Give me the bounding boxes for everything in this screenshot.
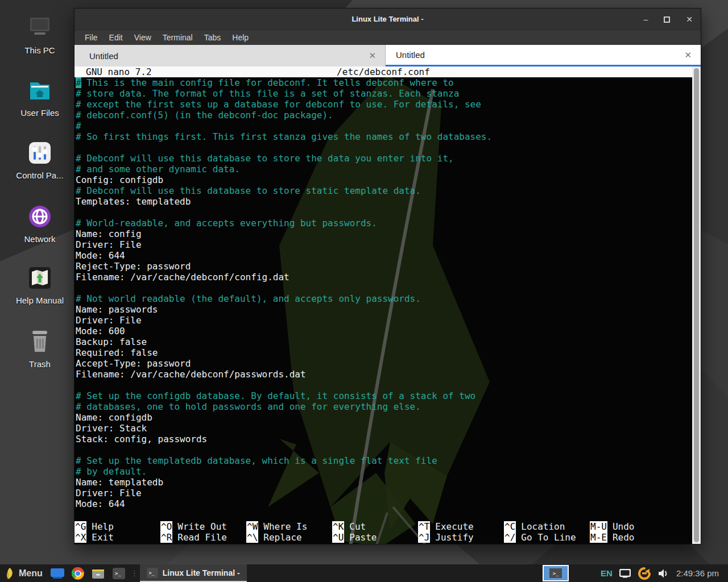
display-tray-icon[interactable]: [619, 569, 631, 578]
tab-label: Untitled: [89, 51, 118, 61]
terminal-line: Driver: File: [75, 315, 692, 326]
desktop-pager-icon[interactable]: [51, 567, 64, 580]
volume-tray-icon[interactable]: [658, 568, 669, 579]
keyboard-layout-indicator[interactable]: EN: [601, 568, 613, 578]
window-titlebar[interactable]: Linux Lite Terminal - – □ ✕: [75, 9, 701, 30]
terminal-line: Name: templatedb: [75, 477, 692, 488]
scrollbar[interactable]: [692, 66, 701, 544]
system-tray: EN 2:49:36 pm: [601, 567, 721, 580]
shortcut-key: ^O: [160, 521, 172, 532]
terminal-line: # databases, one to hold passwords and o…: [75, 401, 692, 412]
shortcut-key: ^C: [504, 521, 516, 532]
nano-shortcut: ^OWrite Out: [160, 521, 246, 532]
desktop-icon-this-pc[interactable]: This PC: [8, 15, 72, 55]
desktop-icon-help-manual[interactable]: Help Manual: [8, 265, 72, 305]
menu-terminal[interactable]: Terminal: [157, 32, 198, 43]
terminal-content[interactable]: GNU nano 7.2 /etc/debconf.conf # This is…: [75, 66, 701, 544]
start-menu-button[interactable]: Menu: [0, 564, 47, 582]
tab-close-icon[interactable]: ✕: [684, 50, 692, 60]
nano-shortcut: ^GHelp: [75, 521, 160, 532]
shortcut-key: M-U: [590, 521, 607, 532]
terminal-line: Backup: false: [75, 336, 692, 347]
terminal-line: # except the first sets up a database fo…: [75, 99, 692, 110]
terminal-window: Linux Lite Terminal - – □ ✕ File Edit Vi…: [74, 8, 701, 544]
terminal-line: [75, 207, 692, 218]
desktop-icon-control-panel[interactable]: Control Pa...: [8, 140, 72, 180]
terminal-line: Required: false: [75, 347, 692, 358]
terminal-line: # World-readable, and accepts everything…: [75, 218, 692, 228]
tray-terminal-indicator[interactable]: >_: [543, 565, 569, 581]
nano-shortcut: ^\Replace: [246, 532, 332, 543]
nano-shortcut: ^UPaste: [332, 532, 418, 543]
terminal-line: [75, 444, 692, 455]
shortcut-key: ^W: [246, 521, 258, 532]
file-manager-icon[interactable]: [92, 567, 105, 580]
terminal-line: # debconf.conf(5) (in the debconf-doc pa…: [75, 110, 692, 120]
terminal-line: Stack: config, passwords: [75, 434, 692, 444]
window-title: Linux Lite Terminal -: [351, 15, 423, 23]
chrome-browser-icon[interactable]: [71, 567, 85, 580]
desktop-icon-trash[interactable]: Trash: [8, 329, 72, 369]
tab-untitled-1[interactable]: Untitled ✕: [75, 45, 386, 66]
shortcut-key: ^X: [75, 532, 86, 543]
menu-label: Menu: [19, 568, 43, 579]
menu-file[interactable]: File: [79, 32, 104, 43]
shortcut-label: Location: [521, 521, 565, 532]
tab-untitled-2[interactable]: Untitled ✕: [386, 45, 701, 66]
svg-text:>_: >_: [115, 571, 121, 576]
linux-lite-logo-icon: [5, 567, 14, 580]
desktop-icon-network[interactable]: Network: [8, 203, 72, 244]
menu-edit[interactable]: Edit: [104, 32, 129, 43]
updates-tray-icon[interactable]: [638, 567, 651, 580]
nano-titlebar: GNU nano 7.2 /etc/debconf.conf: [75, 66, 692, 77]
shortcut-key: ^G: [75, 521, 86, 532]
nano-buffer[interactable]: # This is the main config file for debco…: [75, 77, 692, 509]
menu-bar: File Edit View Terminal Tabs Help: [75, 30, 701, 45]
sliders-icon: [8, 140, 72, 166]
desktop-icon-label: Trash: [8, 359, 72, 369]
svg-text:>_: >_: [148, 569, 154, 575]
desktop-icon-label: Help Manual: [8, 296, 72, 305]
terminal-tray-icon: >_: [549, 568, 562, 578]
terminal-line: # Debconf will use this database to stor…: [75, 185, 692, 196]
shortcut-label: Help: [92, 521, 114, 532]
taskbar-task-terminal[interactable]: >_ Linux Lite Terminal -: [140, 564, 247, 582]
tab-close-icon[interactable]: ✕: [369, 51, 376, 61]
minimize-button[interactable]: –: [643, 15, 648, 23]
tab-label: Untitled: [396, 50, 425, 60]
terminal-launcher-icon[interactable]: >_: [112, 567, 126, 580]
this-pc-icon: [8, 15, 72, 41]
nano-shortcut: M-UUndo: [590, 521, 676, 532]
shortcut-label: Write Out: [177, 521, 227, 532]
desktop-icon-user-files[interactable]: User Files: [8, 77, 72, 118]
terminal-line: Driver: File: [75, 488, 692, 498]
maximize-button[interactable]: □: [664, 16, 670, 23]
menu-view[interactable]: View: [129, 32, 157, 43]
nano-shortcut: ^/Go To Line: [504, 532, 590, 543]
nano-shortcut: ^XExit: [75, 532, 160, 543]
terminal-line: [75, 142, 692, 153]
scrollbar-thumb[interactable]: [694, 68, 699, 542]
shortcut-key: ^R: [160, 532, 172, 543]
shortcut-label: Go To Line: [521, 532, 576, 543]
menu-tabs[interactable]: Tabs: [198, 32, 227, 43]
terminal-line: Accept-Type: password: [75, 358, 692, 369]
nano-shortcut: ^KCut: [332, 521, 418, 532]
nano-shortcut: ^CLocation: [504, 521, 590, 532]
taskbar-separator: ⋮: [131, 569, 138, 577]
terminal-line: # and some other dynamic data.: [75, 164, 692, 174]
close-button[interactable]: ✕: [686, 15, 693, 23]
terminal-line: # Set up the templatedb database, which …: [75, 455, 692, 466]
terminal-line: Driver: Stack: [75, 423, 692, 434]
terminal-line: # Not world readable (the default), and …: [75, 293, 692, 304]
terminal-line: # Debconf will use this database to stor…: [75, 153, 692, 164]
shortcut-label: Undo: [613, 521, 635, 532]
menu-help[interactable]: Help: [226, 32, 254, 43]
terminal-line: Driver: File: [75, 239, 692, 250]
manual-map-icon: [8, 265, 72, 291]
shortcut-label: Cut: [349, 521, 366, 532]
clock[interactable]: 2:49:36 pm: [676, 568, 719, 578]
terminal-task-icon: >_: [147, 568, 158, 578]
shortcut-key: ^U: [332, 532, 344, 543]
desktop-icon-label: This PC: [8, 45, 72, 55]
